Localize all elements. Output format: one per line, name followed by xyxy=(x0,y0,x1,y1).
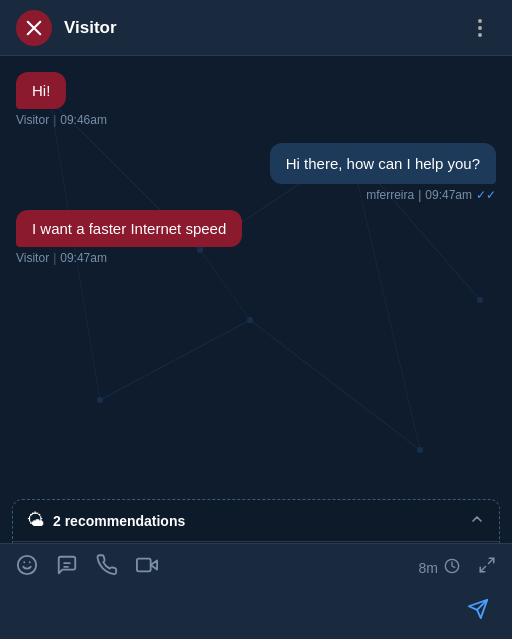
header: Visitor xyxy=(0,0,512,56)
agent-bubble-1: Hi there, how can I help you? xyxy=(270,143,496,184)
visitor-time-1: 09:46am xyxy=(60,113,107,127)
visitor-bubble-1: Hi! xyxy=(16,72,66,109)
sun-icon: 🌤 xyxy=(27,510,45,531)
recommendations-title: 2 recommendations xyxy=(53,513,185,529)
toolbar-icons-row: 8m xyxy=(0,544,512,591)
phone-icon[interactable] xyxy=(96,554,118,581)
timer-info: 8m xyxy=(419,558,460,578)
bottom-toolbar: 8m xyxy=(0,543,512,639)
chevron-up-icon xyxy=(469,511,485,531)
visitor-sender-2: Visitor xyxy=(16,251,49,265)
expand-icon[interactable] xyxy=(478,556,496,579)
visitor-meta-2: Visitor | 09:47am xyxy=(16,251,496,265)
visitor-sender-1: Visitor xyxy=(16,113,49,127)
agent-sender-1: mferreira xyxy=(366,188,414,202)
input-area xyxy=(0,591,512,639)
menu-dot xyxy=(478,19,482,23)
recommendations-header[interactable]: 🌤 2 recommendations xyxy=(13,500,499,541)
visitor-meta-1: Visitor | 09:46am xyxy=(16,113,496,127)
visitor-message-2: I want a faster Internet speed Visitor |… xyxy=(16,210,496,265)
visitor-message-1: Hi! Visitor | 09:46am xyxy=(16,72,496,127)
svg-marker-23 xyxy=(151,560,157,569)
visitor-time-2: 09:47am xyxy=(60,251,107,265)
header-title: Visitor xyxy=(64,18,464,38)
timer-value: 8m xyxy=(419,560,438,576)
svg-line-26 xyxy=(489,558,494,563)
svg-line-27 xyxy=(480,567,485,572)
send-button[interactable] xyxy=(460,591,496,627)
visitor-bubble-2: I want a faster Internet speed xyxy=(16,210,242,247)
message-input[interactable] xyxy=(16,595,460,627)
video-icon[interactable] xyxy=(136,554,158,581)
menu-dot xyxy=(478,26,482,30)
menu-dot xyxy=(478,33,482,37)
svg-point-18 xyxy=(18,556,36,574)
agent-message-1: Hi there, how can I help you? mferreira … xyxy=(16,143,496,202)
emoji-icon[interactable] xyxy=(16,554,38,581)
canned-response-icon[interactable] xyxy=(56,554,78,581)
read-receipts: ✓✓ xyxy=(476,188,496,202)
agent-meta-1: mferreira | 09:47am ✓✓ xyxy=(366,188,496,202)
svg-rect-24 xyxy=(137,559,151,572)
header-menu-button[interactable] xyxy=(464,12,496,44)
clock-icon xyxy=(444,558,460,578)
chat-area: Hi! Visitor | 09:46am Hi there, how can … xyxy=(0,56,512,499)
agent-time-1: 09:47am xyxy=(425,188,472,202)
header-avatar xyxy=(16,10,52,46)
